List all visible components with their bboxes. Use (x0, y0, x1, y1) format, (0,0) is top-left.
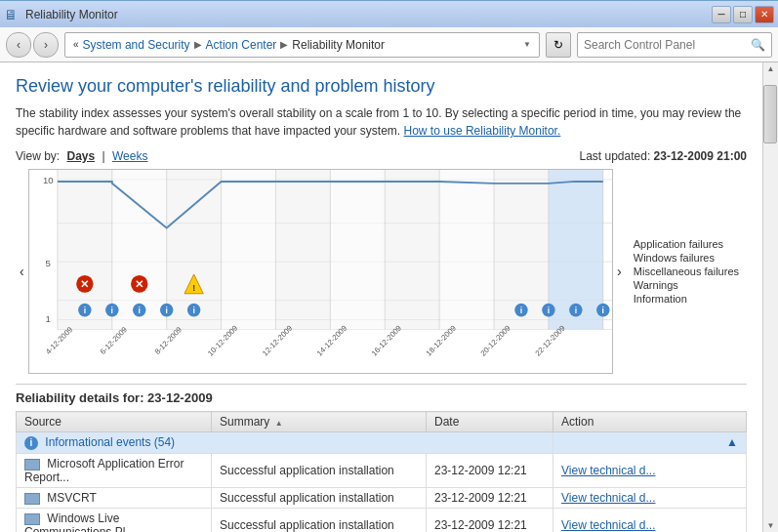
last-updated-value: 23-12-2009 21:00 (654, 149, 747, 163)
view-link-2[interactable]: View technical d... (561, 491, 656, 505)
chart-legend: Application failures Windows failures Mi… (626, 169, 747, 374)
details-table: Source Summary ▲ Date Action (16, 411, 747, 532)
legend-information: Information (634, 293, 739, 305)
row-summary-1: Successful application installation (212, 453, 427, 487)
page-description: The stability index assesses your system… (16, 104, 747, 140)
svg-text:i: i (574, 305, 576, 314)
table-row[interactable]: MSVCRT Successful application installati… (17, 487, 747, 508)
minimize-button[interactable]: ─ (712, 6, 731, 23)
window-controls: ─ □ ✕ (712, 6, 774, 23)
chart-container: ‹ 10 5 1 (16, 169, 747, 374)
chart-left-arrow[interactable]: ‹ (16, 169, 28, 374)
svg-rect-16 (385, 170, 439, 329)
breadcrumb-icon: « (73, 39, 79, 50)
svg-text:1: 1 (45, 313, 50, 324)
svg-rect-14 (275, 170, 330, 329)
monitor-icon-2 (24, 493, 40, 505)
col-date[interactable]: Date (427, 412, 553, 432)
back-button[interactable]: ‹ (6, 32, 31, 58)
refresh-button[interactable]: ↻ (546, 32, 571, 58)
table-row[interactable]: Windows Live Communications Pl... Succes… (17, 508, 747, 532)
view-link-1[interactable]: View technical d... (561, 464, 656, 477)
svg-text:✕: ✕ (135, 278, 143, 290)
svg-text:i: i (83, 305, 85, 314)
nav-buttons: ‹ › (6, 32, 59, 58)
breadcrumb-bar[interactable]: « System and Security ▶ Action Center ▶ … (64, 32, 540, 58)
chart-area[interactable]: 10 5 1 (28, 169, 613, 374)
legend-win-failures: Windows failures (634, 252, 739, 264)
svg-text:i: i (110, 305, 112, 314)
monitor-icon-3 (24, 513, 40, 525)
main-content: Review your computer's reliability and p… (0, 62, 762, 532)
table-row[interactable]: Microsoft Application Error Report... Su… (17, 453, 747, 487)
breadcrumb-sep-1: ▶ (194, 39, 202, 50)
row-summary-2: Successful application installation (212, 487, 427, 508)
titlebar: 🖥 Reliability Monitor ─ □ ✕ (0, 0, 778, 27)
sort-arrow-summary: ▲ (275, 419, 283, 428)
col-source[interactable]: Source (17, 412, 212, 432)
svg-text:5: 5 (45, 258, 51, 268)
svg-text:i: i (192, 305, 194, 314)
info-icon: i (24, 436, 38, 450)
svg-text:i: i (547, 305, 549, 314)
legend-warnings: Warnings (634, 279, 739, 291)
help-link[interactable]: How to use Reliability Monitor. (404, 124, 561, 138)
chart-right-arrow[interactable]: › (613, 169, 626, 374)
details-header: Reliability details for: 23-12-2009 (16, 384, 747, 405)
col-action[interactable]: Action (553, 412, 747, 432)
viewby-label: View by: (16, 149, 60, 163)
breadcrumb-sep-2: ▶ (280, 39, 288, 50)
svg-rect-13 (221, 170, 275, 329)
breadcrumb-dropdown-arrow[interactable]: ▼ (523, 40, 531, 49)
monitor-icon-1 (24, 459, 40, 471)
reliability-chart: 10 5 1 (29, 170, 612, 373)
row-action-2[interactable]: View technical d... (553, 487, 747, 508)
titlebar-left: 🖥 Reliability Monitor (4, 7, 118, 22)
svg-text:✕: ✕ (80, 278, 89, 290)
breadcrumb-system-security[interactable]: System and Security (83, 38, 190, 52)
svg-text:i: i (519, 305, 521, 314)
collapse-arrow[interactable]: ▲ (726, 435, 738, 449)
search-icon[interactable]: 🔍 (751, 38, 765, 52)
scroll-down-arrow[interactable]: ▼ (767, 521, 775, 532)
view-link-3[interactable]: View technical d... (561, 518, 656, 532)
scroll-up-arrow[interactable]: ▲ (767, 62, 775, 73)
table-header-row: Source Summary ▲ Date Action (17, 412, 747, 432)
informational-events-row[interactable]: i Informational events (54) ▲ (17, 432, 747, 454)
informational-events-collapse[interactable]: ▲ (553, 432, 747, 454)
addressbar: ‹ › « System and Security ▶ Action Cente… (0, 27, 778, 62)
svg-text:i: i (138, 305, 140, 314)
scrollbar-track[interactable] (763, 73, 778, 521)
col-summary[interactable]: Summary ▲ (212, 412, 427, 432)
svg-text:i: i (165, 305, 167, 314)
details-date: 23-12-2009 (147, 390, 213, 405)
viewby-days[interactable]: Days (66, 149, 95, 163)
svg-text:10: 10 (43, 175, 54, 185)
content-wrapper: Review your computer's reliability and p… (0, 62, 778, 532)
last-updated: Last updated: 23-12-2009 21:00 (580, 149, 748, 163)
page-title: Review your computer's reliability and p… (16, 76, 747, 97)
search-input[interactable] (584, 38, 751, 52)
viewby-options: View by: Days | Weeks (16, 149, 147, 163)
scrollbar-thumb[interactable] (763, 85, 777, 143)
informational-events-cell: i Informational events (54) (17, 432, 553, 454)
row-date-2: 23-12-2009 12:21 (427, 487, 553, 508)
forward-button[interactable]: › (33, 32, 59, 58)
scrollbar[interactable]: ▲ ▼ (762, 62, 778, 532)
row-action-1[interactable]: View technical d... (553, 453, 747, 487)
legend-misc-failures: Miscellaneous failures (634, 266, 739, 277)
close-button[interactable]: ✕ (755, 6, 774, 23)
row-summary-3: Successful application installation (212, 508, 427, 532)
svg-rect-17 (439, 170, 494, 329)
row-source-1: Microsoft Application Error Report... (17, 453, 212, 487)
row-action-3[interactable]: View technical d... (553, 508, 747, 532)
breadcrumb-action-center[interactable]: Action Center (206, 38, 277, 52)
breadcrumb-reliability-monitor: Reliability Monitor (292, 38, 385, 52)
row-date-1: 23-12-2009 12:21 (427, 453, 553, 487)
maximize-button[interactable]: □ (733, 6, 753, 23)
viewby-weeks[interactable]: Weeks (112, 149, 147, 163)
search-bar[interactable]: 🔍 (577, 32, 772, 58)
row-date-3: 23-12-2009 12:21 (427, 508, 553, 532)
svg-rect-15 (330, 170, 385, 329)
viewby-bar: View by: Days | Weeks Last updated: 23-1… (16, 149, 747, 163)
